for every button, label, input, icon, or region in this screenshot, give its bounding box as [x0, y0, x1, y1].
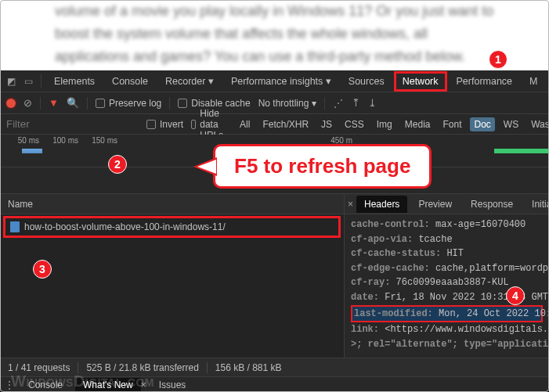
type-filter-doc[interactable]: Doc	[470, 117, 494, 131]
background-article-text: volume of a movie you play locally in Wi…	[0, 0, 549, 70]
type-filter-js[interactable]: JS	[317, 117, 336, 131]
caret-down-icon: ▾	[312, 98, 316, 109]
tab-initiator[interactable]: Initiator	[524, 196, 549, 213]
clear-icon[interactable]: ⊘	[23, 97, 32, 109]
timeline-tick	[157, 136, 196, 145]
resource-type-filters: AllFetch/XHRJSCSSImgMediaFontDocWSWasm	[236, 117, 549, 131]
type-filter-media[interactable]: Media	[401, 117, 435, 131]
tab-response[interactable]: Response	[463, 196, 521, 213]
response-header-row: link: <https://www.windowsdigitals.com/w…	[351, 322, 543, 337]
tab-recorder[interactable]: Recorder ▾	[157, 70, 222, 92]
annotation-badge-2: 2	[108, 155, 127, 174]
tab-console[interactable]: Console	[104, 71, 156, 92]
type-filter-ws[interactable]: WS	[500, 117, 522, 131]
callout-refresh: F5 to refresh page	[213, 144, 432, 189]
separator	[324, 97, 325, 110]
export-har-icon[interactable]: ⤓	[368, 97, 377, 109]
separator	[40, 97, 41, 110]
caret-down-icon: ▾	[208, 76, 214, 87]
response-header-row: cf-cache-status: HIT	[351, 246, 543, 261]
close-details-icon[interactable]: ×	[348, 199, 353, 210]
tab-network[interactable]: Network	[394, 71, 447, 92]
response-header-row: cf-apo-via: tcache	[351, 232, 543, 247]
inspect-icon[interactable]: ◩	[3, 76, 19, 87]
details-tabs: × Headers Preview Response Initiator Tim…	[345, 194, 549, 214]
caret-down-icon: ▾	[326, 76, 331, 87]
timeline-tick: 150 ms	[78, 136, 117, 145]
tab-elements[interactable]: Elements	[46, 71, 103, 92]
type-filter-font[interactable]: Font	[439, 117, 465, 131]
network-conditions-icon[interactable]: ⋰	[333, 98, 344, 109]
filter-icon[interactable]: ▼	[49, 97, 59, 109]
column-header-name[interactable]: Name	[0, 194, 344, 214]
response-header-row: >; rel="alternate"; type="application/js…	[351, 337, 543, 352]
annotation-badge-3: 3	[33, 260, 52, 279]
type-filter-img[interactable]: Img	[373, 117, 396, 131]
tab-memory-partial[interactable]: M	[522, 71, 545, 92]
separator	[41, 74, 42, 88]
record-button[interactable]	[6, 99, 16, 108]
devtools-main-tabs: ◩ ▭ Elements Console Recorder ▾ Performa…	[0, 70, 549, 92]
requests-table: Name how-to-boost-volume-above-100-in-wi…	[0, 194, 345, 365]
requests-list: how-to-boost-volume-above-100-in-windows…	[0, 214, 344, 365]
type-filter-wasm[interactable]: Wasm	[527, 117, 549, 131]
tab-performance[interactable]: Performance	[449, 71, 521, 92]
response-header-row: last-modified: Mon, 24 Oct 2022 10:07:55…	[351, 305, 543, 323]
requests-split: Name how-to-boost-volume-above-100-in-wi…	[0, 194, 549, 365]
timeline-tick	[117, 136, 157, 145]
requests-count: 1 / 41 requests	[8, 362, 70, 373]
tab-headers[interactable]: Headers	[356, 196, 407, 213]
throttling-dropdown[interactable]: No throttling ▾	[258, 98, 317, 109]
invert-checkbox[interactable]: Invert	[146, 119, 183, 130]
document-icon	[10, 221, 20, 232]
request-details: × Headers Preview Response Initiator Tim…	[345, 194, 549, 365]
timeline-tick: 50 ms	[0, 136, 39, 145]
preserve-log-checkbox[interactable]: Preserve log	[96, 98, 161, 109]
response-header-row: cf-edge-cache: cache,platform=wordpress	[351, 261, 543, 276]
timeline-tick: 100 ms	[39, 136, 78, 145]
filter-input[interactable]	[6, 118, 139, 130]
type-filter-all[interactable]: All	[236, 117, 254, 131]
resources-size: 156 kB / 881 kB	[215, 362, 282, 373]
filter-row: Invert Hide data URLs AllFetch/XHRJSCSSI…	[0, 114, 549, 135]
device-toolbar-icon[interactable]: ▭	[20, 76, 36, 87]
watermark: WindowsDigital.com	[11, 372, 154, 390]
drawer-tab-issues[interactable]: Issues	[151, 378, 194, 392]
request-name: how-to-boost-volume-above-100-in-windows…	[24, 221, 226, 232]
network-toolbar: ⊘ ▼ 🔍 Preserve log Disable cache No thro…	[0, 92, 549, 114]
annotation-badge-4: 4	[506, 286, 525, 305]
search-icon[interactable]: 🔍	[67, 97, 79, 109]
request-row[interactable]: how-to-boost-volume-above-100-in-windows…	[3, 216, 341, 238]
tab-preview[interactable]: Preview	[410, 196, 460, 213]
disable-cache-checkbox[interactable]: Disable cache	[178, 98, 250, 109]
devtools-panel: ◩ ▭ Elements Console Recorder ▾ Performa…	[0, 70, 549, 392]
response-header-row: cache-control: max-age=16070400	[351, 218, 543, 232]
type-filter-css[interactable]: CSS	[341, 117, 368, 131]
annotation-badge-1: 1	[489, 50, 507, 69]
type-filter-fetchxhr[interactable]: Fetch/XHR	[258, 117, 312, 131]
tab-sources[interactable]: Sources	[341, 71, 392, 92]
separator	[87, 97, 88, 110]
import-har-icon[interactable]: ⤒	[352, 97, 360, 109]
separator	[169, 97, 170, 110]
tab-performance-insights[interactable]: Performance insights ▾	[223, 70, 339, 92]
transferred-size: 525 B / 21.8 kB transferred	[86, 362, 198, 373]
